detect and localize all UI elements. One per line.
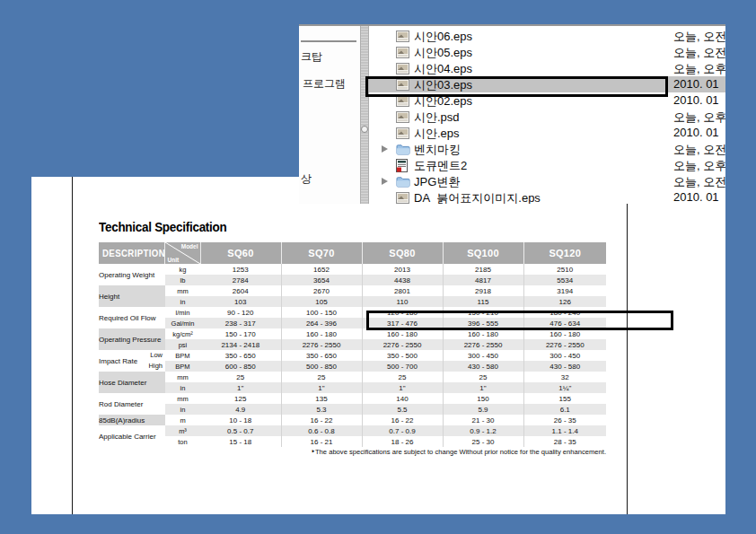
description-header: DESCRIPTIONModelUnit	[99, 242, 200, 264]
value-cell: 160 - 180	[281, 328, 362, 339]
value-cell: 600 - 850	[200, 361, 281, 372]
value-cell: 500 - 850	[281, 361, 362, 372]
value-cell: 1"	[443, 382, 523, 393]
annotation-rect-selected-file	[365, 76, 668, 97]
disclosure-triangle-icon[interactable]	[382, 178, 388, 185]
annotation-rect-oil-flow	[366, 311, 673, 330]
value-cell: 2918	[443, 285, 523, 296]
file-row[interactable]: 시안.psd오늘, 오후	[369, 109, 725, 125]
file-date: 2010. 01	[673, 93, 719, 107]
value-cell: 25	[281, 372, 362, 382]
value-cell: 32	[523, 372, 606, 382]
file-row[interactable]: 시안05.eps오늘, 오전	[369, 44, 725, 60]
value-cell: 155	[523, 393, 606, 404]
value-cell: 2801	[362, 285, 443, 296]
model-column-header: SQ60	[200, 242, 281, 264]
value-cell: 100 - 150	[281, 307, 362, 318]
file-row[interactable]: 시안04.eps오늘, 오후	[369, 60, 725, 76]
row-group-label: Applicable Carrier	[99, 425, 165, 447]
file-name: JPG변환	[414, 174, 460, 190]
value-cell: 5.5	[362, 404, 443, 415]
value-cell: 25	[362, 372, 443, 382]
file-row[interactable]: 시안06.eps오늘, 오전	[369, 28, 725, 44]
value-cell: 350 - 650	[200, 350, 281, 361]
page-margin-line-right	[627, 177, 628, 514]
value-cell: 2784	[200, 275, 281, 285]
design-proof-canvas: Technical Specification DESCRIPTIONModel…	[0, 0, 756, 534]
sidebar-item-programs[interactable]: 프로그램	[303, 76, 346, 92]
value-cell: 5534	[523, 275, 606, 285]
value-cell: 4.9	[200, 404, 281, 415]
value-cell: 430 - 580	[443, 361, 523, 372]
file-row[interactable]: 벤치마킹오늘, 오전	[369, 141, 725, 157]
value-cell: 2670	[281, 285, 362, 296]
value-cell: 135	[281, 393, 362, 404]
value-cell: 25	[443, 372, 523, 382]
table-footnote: ‣The above specifications are subject to…	[124, 448, 606, 456]
value-cell: 15 - 18	[200, 436, 281, 447]
value-cell: 2604	[200, 285, 281, 296]
file-name: 시안.psd	[414, 109, 460, 126]
unit-cell: in	[165, 296, 200, 307]
value-cell: 264 - 396	[281, 318, 362, 328]
model-column-header: SQ70	[281, 242, 362, 264]
value-cell: 150 - 170	[200, 328, 281, 339]
value-cell: 25	[200, 372, 281, 382]
file-name: 시안.eps	[414, 126, 460, 142]
unit-cell: mm	[165, 393, 200, 404]
row-group-label: Impact RateLowHigh	[99, 350, 165, 372]
file-date: 오늘, 오전	[673, 29, 725, 45]
value-cell: 150	[443, 393, 523, 404]
unit-cell: Gal/min	[165, 318, 200, 328]
value-cell: 21 - 30	[443, 415, 523, 425]
file-row[interactable]: DA_붉어표지이미지.eps2010. 01	[369, 189, 725, 204]
value-cell: 3194	[523, 285, 606, 296]
value-cell: 1652	[281, 264, 362, 275]
value-cell: 2276 - 2550	[443, 339, 523, 350]
sidebar-item-misc[interactable]: 상	[301, 171, 312, 187]
value-cell: 2134 - 2418	[200, 339, 281, 350]
spec-table-grid: DESCRIPTIONModelUnitSQ60SQ70SQ80SQ100SQ1…	[99, 242, 606, 447]
value-cell: 18 - 26	[362, 436, 443, 447]
file-date: 오늘, 오후	[673, 109, 725, 126]
image-thumbnail-icon	[396, 191, 409, 204]
value-cell: 430 - 580	[523, 361, 606, 372]
file-name: 시안04.eps	[414, 61, 472, 77]
unit-cell: l/min	[165, 307, 200, 318]
value-cell: 500 - 700	[362, 361, 443, 372]
file-date: 2010. 01	[673, 77, 719, 91]
value-cell: 110	[362, 296, 443, 307]
page-margin-line-left	[72, 177, 73, 514]
unit-cell: in	[165, 404, 200, 415]
unit-cell: lb	[165, 275, 200, 285]
value-cell: 1¼"	[523, 382, 606, 393]
file-date: 오늘, 오전	[673, 174, 725, 190]
spec-table: DESCRIPTIONModelUnitSQ60SQ70SQ80SQ100SQ1…	[99, 242, 606, 447]
sidebar-item-desktop[interactable]: 크탑	[301, 49, 322, 65]
value-cell: 16 - 22	[362, 415, 443, 425]
document-page: Technical Specification DESCRIPTIONModel…	[31, 177, 725, 514]
file-row[interactable]: 시안.eps2010. 01	[369, 125, 725, 141]
value-cell: 300 - 450	[523, 350, 606, 361]
file-name: DA_붉어표지이미지.eps	[414, 190, 541, 204]
value-cell: 2276 - 2550	[523, 339, 606, 350]
row-group-label: Required Oil Flow	[99, 307, 165, 328]
model-unit-diagonal: ModelUnit	[164, 242, 200, 264]
file-row[interactable]: JPG변환오늘, 오전	[369, 173, 725, 189]
disclosure-triangle-icon[interactable]	[382, 145, 388, 153]
unit-cell: ton	[165, 436, 200, 447]
row-group-label: Hose Diameter	[99, 372, 165, 393]
model-column-header: SQ80	[362, 242, 443, 264]
finder-sidebar: 크탑 프로그램 상	[299, 26, 360, 204]
value-cell: 350 - 500	[362, 350, 443, 361]
value-cell: 10 - 18	[200, 415, 281, 425]
scrollbar-knob[interactable]	[361, 126, 368, 133]
value-cell: 0.7 - 0.9	[362, 425, 443, 436]
finder-window: 크탑 프로그램 상 시안06.eps오늘, 오전시안05.eps오늘, 오전시안…	[299, 24, 725, 204]
value-cell: 103	[200, 296, 281, 307]
file-row[interactable]: 도큐멘트2오늘, 오후	[369, 157, 725, 173]
sidebar-scrollbar[interactable]	[360, 26, 369, 204]
value-cell: 0.9 - 1.2	[443, 425, 523, 436]
unit-cell: BPM	[165, 350, 200, 361]
file-date: 오늘, 오후	[673, 61, 725, 77]
